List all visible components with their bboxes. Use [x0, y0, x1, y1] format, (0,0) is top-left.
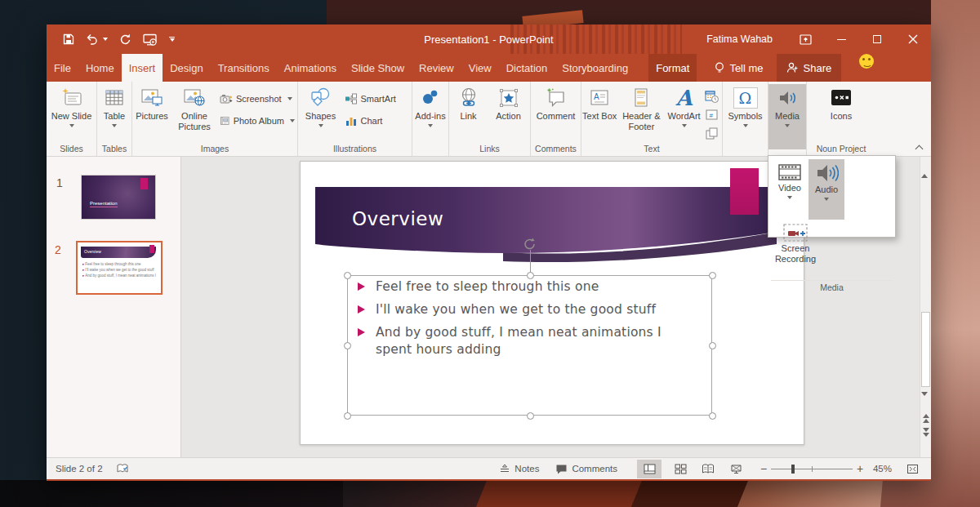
resize-handle-bottom-center[interactable]: [527, 412, 534, 420]
scrollbar-thumb[interactable]: [921, 312, 930, 387]
media-caret-icon: [785, 124, 790, 127]
comments-button[interactable]: Comments: [547, 458, 626, 480]
screen-recording-button[interactable]: Screen Recording: [771, 220, 820, 280]
zoom-slider-thumb[interactable]: [791, 465, 795, 474]
bullet-item[interactable]: Feel free to sleep through this one: [358, 278, 701, 296]
video-button[interactable]: Video: [771, 159, 808, 220]
resize-handle-bottom-left[interactable]: [344, 412, 351, 420]
start-from-beginning-button[interactable]: [143, 33, 158, 46]
slide-number-button[interactable]: #: [705, 109, 722, 124]
slide[interactable]: Overview Feel free to sleep through this…: [300, 161, 804, 445]
tab-transitions[interactable]: Transitions: [211, 54, 277, 82]
audio-button[interactable]: Audio: [808, 159, 844, 220]
slide-show-view-button[interactable]: [724, 460, 748, 478]
header-footer-button[interactable]: Header & Footer: [619, 84, 663, 149]
slide1-thumbnail[interactable]: Presentation: [82, 176, 155, 219]
smartart-icon: [345, 93, 358, 105]
video-icon: [777, 162, 802, 183]
resize-handle-mid-left[interactable]: [344, 342, 351, 349]
icons-button[interactable]: Icons: [820, 84, 862, 149]
save-button[interactable]: [63, 33, 74, 45]
bullet-item[interactable]: And by good stuff, I mean neat animation…: [358, 324, 701, 358]
table-button[interactable]: Table: [98, 84, 131, 149]
close-button[interactable]: [895, 24, 931, 54]
slide-sorter-view-button[interactable]: [668, 460, 693, 478]
reading-view-button[interactable]: [696, 460, 720, 478]
vertical-scrollbar[interactable]: [920, 157, 931, 457]
tell-me-box[interactable]: Tell me: [706, 54, 771, 82]
normal-view-icon: [644, 464, 656, 474]
slide-pink-accent[interactable]: [730, 168, 759, 215]
resize-handle-top-left[interactable]: [344, 272, 351, 279]
addins-button[interactable]: Add-ins: [413, 84, 448, 149]
normal-view-button[interactable]: [637, 460, 662, 478]
zoom-slider[interactable]: [771, 458, 853, 480]
resize-handle-bottom-right[interactable]: [709, 412, 716, 420]
omega-icon: Ω: [733, 87, 758, 109]
tab-dictation[interactable]: Dictation: [499, 54, 555, 82]
new-slide-button[interactable]: New Slide: [49, 84, 95, 149]
minimize-button[interactable]: [823, 24, 859, 54]
tab-slide-show[interactable]: Slide Show: [344, 54, 412, 82]
screenshot-button[interactable]: Screenshot: [217, 91, 297, 107]
spell-check-icon[interactable]: [116, 463, 129, 474]
media-button[interactable]: Media: [768, 84, 806, 149]
resize-handle-top-right[interactable]: [709, 272, 716, 279]
slide-bullet-list[interactable]: Feel free to sleep through this one I'll…: [358, 278, 701, 364]
link-icon: [458, 87, 479, 109]
chart-button[interactable]: Chart: [342, 113, 409, 129]
group-tables: Table Tables: [97, 82, 132, 156]
undo-button[interactable]: [86, 33, 108, 45]
action-button[interactable]: Action: [488, 84, 529, 149]
tab-file[interactable]: File: [47, 54, 78, 82]
online-pictures-button[interactable]: Online Pictures: [173, 84, 216, 149]
tab-review[interactable]: Review: [412, 54, 461, 82]
redo-button[interactable]: [119, 33, 131, 46]
smartart-button[interactable]: SmartArt: [342, 91, 409, 107]
slide-sorter-icon: [675, 464, 687, 474]
ribbon-display-options-button[interactable]: [787, 24, 823, 54]
smiley-feedback-icon[interactable]: [859, 54, 874, 69]
screen-recording-icon: [782, 222, 808, 243]
tab-insert[interactable]: Insert: [122, 54, 163, 82]
date-time-button[interactable]: [705, 90, 722, 106]
object-button[interactable]: [705, 127, 722, 144]
tab-animations[interactable]: Animations: [277, 54, 344, 82]
tab-home[interactable]: Home: [78, 54, 122, 82]
slide-title-text[interactable]: Overview: [352, 208, 443, 229]
tab-storyboarding[interactable]: Storyboarding: [555, 54, 635, 82]
undo-dropdown-caret[interactable]: [103, 38, 108, 41]
customize-qat-button[interactable]: [169, 37, 175, 42]
bullet-item[interactable]: I'll wake you when we get to the good st…: [358, 301, 701, 318]
minimize-icon: [837, 39, 846, 40]
text-box-button[interactable]: A Text Box: [581, 84, 617, 149]
wordart-button[interactable]: WordArt: [665, 84, 702, 149]
collapse-ribbon-button[interactable]: [915, 144, 923, 151]
screenshot-caret-icon: [287, 97, 292, 100]
shapes-button[interactable]: Shapes: [301, 84, 341, 149]
zoom-out-button[interactable]: −: [756, 462, 771, 475]
photo-album-button[interactable]: Photo Album: [217, 113, 297, 129]
symbols-button[interactable]: Ω Symbols: [724, 84, 767, 149]
share-button[interactable]: Share: [777, 54, 842, 82]
scroll-up-button[interactable]: [921, 160, 928, 175]
previous-slide-button[interactable]: [921, 414, 930, 423]
pictures-button[interactable]: Pictures: [132, 84, 172, 149]
group-symbols: Ω Symbols: [723, 82, 768, 156]
close-icon: [908, 34, 918, 44]
next-slide-button[interactable]: [921, 428, 930, 437]
fit-slide-to-window-button[interactable]: [900, 460, 924, 478]
maximize-button[interactable]: [859, 24, 895, 54]
slide2-thumbnail[interactable]: Overview Feel free to sleep through this…: [76, 241, 163, 295]
resize-handle-mid-right[interactable]: [709, 342, 716, 349]
tab-design[interactable]: Design: [163, 54, 210, 82]
tab-format[interactable]: Format: [648, 54, 697, 82]
tab-view[interactable]: View: [461, 54, 499, 82]
link-button[interactable]: Link: [451, 84, 487, 149]
zoom-in-button[interactable]: +: [853, 462, 867, 475]
rotate-handle[interactable]: [523, 237, 537, 251]
zoom-level[interactable]: 45%: [867, 464, 895, 474]
comment-button[interactable]: Comment: [532, 84, 580, 149]
scroll-down-button[interactable]: [921, 396, 928, 411]
notes-button[interactable]: Notes: [491, 458, 547, 480]
